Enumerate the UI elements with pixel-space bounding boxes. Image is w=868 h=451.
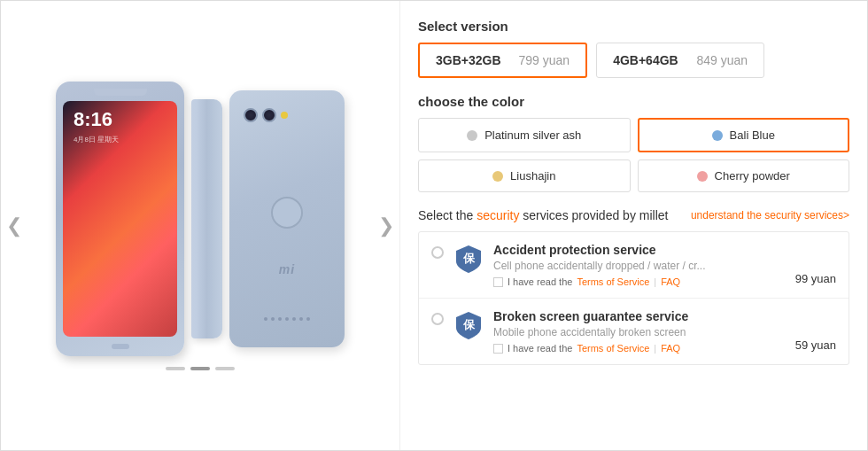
version-price-1: 799 yuan (519, 53, 570, 67)
color-title: choose the color (418, 94, 849, 109)
security-services-link[interactable]: understand the security services> (691, 209, 849, 222)
dot-1[interactable] (166, 367, 185, 370)
security-header: Select the security services provided by… (418, 208, 849, 222)
color-option-platinum[interactable]: Platinum silver ash (418, 118, 631, 152)
terms-checkbox-accident[interactable] (493, 277, 503, 287)
service-item-broken: 保 Broken screen guarantee service Mobile… (419, 299, 849, 364)
camera-flash (281, 112, 288, 119)
service-price-accident: 99 yuan (795, 272, 836, 287)
next-image-button[interactable]: ❯ (378, 214, 394, 237)
terms-link-faq-accident[interactable]: FAQ (661, 276, 680, 287)
product-images-section: 8:16 4月8日 星期天 mi (1, 1, 399, 450)
images-row: 8:16 4月8日 星期天 mi (1, 82, 399, 356)
phone-back-image: mi (229, 90, 345, 347)
terms-divider-broken: | (654, 343, 656, 354)
svg-text:保: 保 (462, 318, 476, 331)
service-name-broken: Broken screen guarantee service (493, 309, 787, 323)
service-price-broken: 59 yuan (795, 338, 836, 354)
camera-lens-2 (262, 108, 276, 122)
version-selector: 3GB+32GB 799 yuan 4GB+64GB 849 yuan (418, 43, 849, 78)
terms-text-accident: I have read the (508, 276, 572, 287)
service-icon-broken: 保 (453, 309, 484, 341)
service-terms-accident: I have read the Terms of Service | FAQ (493, 276, 787, 287)
service-icon-accident: 保 (453, 243, 484, 275)
screen-date: 4月8日 星期天 (74, 135, 119, 144)
security-services-list: 保 Accident protection service Cell phone… (418, 231, 849, 365)
service-desc-broken: Mobile phone accidentally broken screen (493, 326, 787, 338)
mi-logo: mi (279, 262, 295, 276)
phone-front-image: 8:16 4月8日 星期天 (56, 82, 184, 356)
phone-screen: 8:16 4月8日 星期天 (63, 101, 177, 337)
color-label-liushajin: Liushajin (510, 169, 555, 183)
product-details-section: Select version 3GB+32GB 799 yuan 4GB+64G… (399, 1, 867, 450)
terms-link-tos-accident[interactable]: Terms of Service (577, 276, 649, 287)
color-dot-cherry (697, 171, 708, 182)
version-storage-2: 4GB+64GB (613, 53, 678, 67)
camera-bump (244, 108, 288, 122)
image-indicator-dots (166, 367, 235, 370)
terms-link-tos-broken[interactable]: Terms of Service (577, 343, 649, 354)
security-title-highlight: security (477, 208, 519, 222)
version-storage-1: 3GB+32GB (436, 53, 501, 67)
version-price-2: 849 yuan (697, 53, 748, 67)
service-radio-accident[interactable] (431, 246, 444, 259)
service-info-broken: Broken screen guarantee service Mobile p… (493, 309, 787, 354)
service-item-accident: 保 Accident protection service Cell phone… (419, 232, 849, 299)
color-label-cherry: Cherry powder (715, 169, 790, 183)
security-title-suffix: services provided by millet (519, 208, 668, 222)
speaker-grille (264, 317, 310, 321)
color-dot-bali (712, 130, 723, 141)
service-desc-accident: Cell phone accidentally dropped / water … (493, 260, 787, 272)
service-name-accident: Accident protection service (493, 243, 787, 257)
dot-3[interactable] (215, 367, 235, 370)
shield-icon-broken: 保 (453, 309, 484, 341)
version-option-1[interactable]: 3GB+32GB 799 yuan (418, 43, 587, 78)
color-option-liushajin[interactable]: Liushajin (418, 159, 631, 192)
color-label-bali: Bali Blue (730, 128, 775, 142)
color-option-cherry[interactable]: Cherry powder (638, 159, 850, 192)
service-info-accident: Accident protection service Cell phone a… (493, 243, 787, 287)
terms-checkbox-broken[interactable] (493, 344, 503, 354)
security-title: Select the security services provided by… (418, 208, 668, 222)
version-option-2[interactable]: 4GB+64GB 849 yuan (596, 43, 764, 78)
service-radio-broken[interactable] (431, 313, 444, 325)
phone-notch (94, 89, 147, 96)
color-grid: Platinum silver ash Bali Blue Liushajin … (418, 118, 849, 192)
service-terms-broken: I have read the Terms of Service | FAQ (493, 343, 787, 354)
phone-home-button (112, 344, 129, 349)
camera-lens-1 (244, 108, 258, 122)
terms-link-faq-broken[interactable]: FAQ (661, 343, 680, 354)
version-title: Select version (418, 19, 849, 34)
terms-text-broken: I have read the (508, 343, 572, 354)
svg-text:保: 保 (462, 252, 476, 265)
phone-side-image (191, 99, 222, 338)
prev-image-button[interactable]: ❮ (6, 214, 22, 237)
color-dot-platinum (467, 130, 477, 141)
dot-2[interactable] (190, 367, 210, 370)
shield-icon-accident: 保 (453, 243, 484, 275)
color-dot-liushajin (492, 171, 503, 182)
color-option-bali[interactable]: Bali Blue (638, 118, 850, 152)
screen-time: 8:16 (74, 110, 112, 129)
terms-divider-accident: | (654, 276, 656, 287)
color-label-platinum: Platinum silver ash (484, 128, 581, 142)
fingerprint-sensor (271, 197, 303, 229)
security-title-prefix: Select the (418, 208, 477, 222)
